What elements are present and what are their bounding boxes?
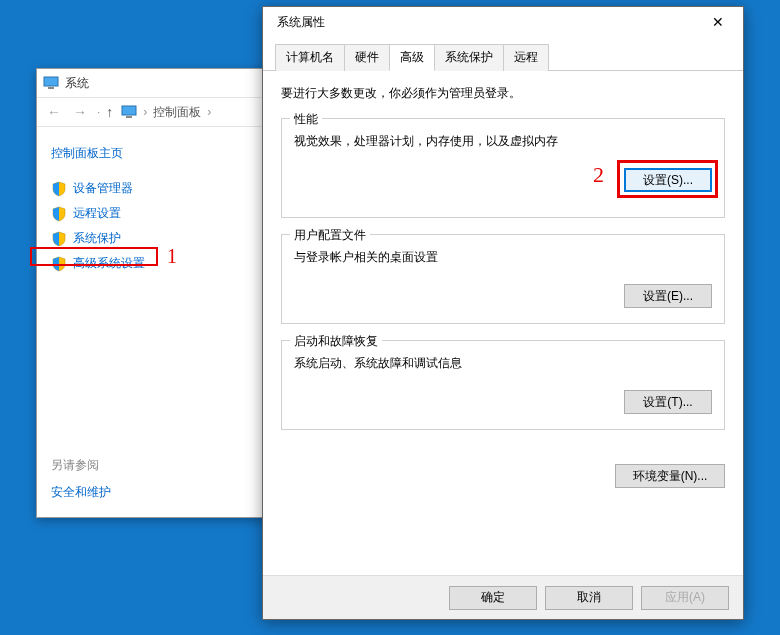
tab-computer-name[interactable]: 计算机名 bbox=[275, 44, 345, 71]
group-title: 启动和故障恢复 bbox=[290, 333, 382, 350]
tab-hardware[interactable]: 硬件 bbox=[344, 44, 390, 71]
user-profile-settings-button[interactable]: 设置(E)... bbox=[624, 284, 712, 308]
svg-rect-2 bbox=[122, 106, 136, 115]
see-also-link[interactable]: 安全和维护 bbox=[51, 484, 111, 501]
group-title: 用户配置文件 bbox=[290, 227, 370, 244]
group-desc: 视觉效果，处理器计划，内存使用，以及虚拟内存 bbox=[294, 133, 712, 150]
nav-separator: · bbox=[95, 105, 102, 119]
close-button[interactable]: ✕ bbox=[697, 8, 739, 36]
startup-settings-button[interactable]: 设置(T)... bbox=[624, 390, 712, 414]
cancel-button[interactable]: 取消 bbox=[545, 586, 633, 610]
see-also-section: 另请参阅 安全和维护 bbox=[51, 457, 111, 501]
system-window-title: 系统 bbox=[65, 75, 89, 92]
user-profile-group: 用户配置文件 与登录帐户相关的桌面设置 设置(E)... bbox=[281, 234, 725, 324]
startup-group: 启动和故障恢复 系统启动、系统故障和调试信息 设置(T)... bbox=[281, 340, 725, 430]
nav-forward-icon[interactable]: → bbox=[69, 104, 91, 120]
sidebar-item-label: 远程设置 bbox=[73, 205, 121, 222]
system-properties-dialog: 系统属性 ✕ 计算机名 硬件 高级 系统保护 远程 要进行大多数更改，你必须作为… bbox=[262, 6, 744, 620]
performance-group: 性能 视觉效果，处理器计划，内存使用，以及虚拟内存 设置(S)... 2 bbox=[281, 118, 725, 218]
tab-remote[interactable]: 远程 bbox=[503, 44, 549, 71]
sidebar-item-label: 高级系统设置 bbox=[73, 255, 145, 272]
performance-settings-button[interactable]: 设置(S)... bbox=[624, 168, 712, 192]
group-desc: 系统启动、系统故障和调试信息 bbox=[294, 355, 712, 372]
group-desc: 与登录帐户相关的桌面设置 bbox=[294, 249, 712, 266]
monitor-icon bbox=[121, 105, 137, 119]
shield-icon bbox=[51, 256, 67, 272]
close-icon: ✕ bbox=[712, 14, 724, 30]
group-title: 性能 bbox=[290, 111, 322, 128]
tabs-row: 计算机名 硬件 高级 系统保护 远程 bbox=[263, 37, 743, 71]
svg-rect-3 bbox=[126, 116, 132, 118]
environment-variables-button[interactable]: 环境变量(N)... bbox=[615, 464, 725, 488]
tab-advanced[interactable]: 高级 bbox=[389, 44, 435, 71]
annotation-number-1: 1 bbox=[167, 245, 177, 268]
ok-button[interactable]: 确定 bbox=[449, 586, 537, 610]
sidebar-item-label: 设备管理器 bbox=[73, 180, 133, 197]
annotation-number-2: 2 bbox=[593, 162, 604, 188]
nav-back-icon[interactable]: ← bbox=[43, 104, 65, 120]
env-var-row: 环境变量(N)... bbox=[263, 460, 743, 502]
dialog-title: 系统属性 bbox=[277, 14, 325, 31]
shield-icon bbox=[51, 181, 67, 197]
breadcrumb-item[interactable]: 控制面板 bbox=[153, 104, 201, 121]
shield-icon bbox=[51, 206, 67, 222]
admin-note: 要进行大多数更改，你必须作为管理员登录。 bbox=[281, 85, 725, 102]
nav-up-icon[interactable]: ↑ bbox=[106, 104, 113, 120]
apply-button[interactable]: 应用(A) bbox=[641, 586, 729, 610]
svg-rect-0 bbox=[44, 77, 58, 86]
svg-rect-1 bbox=[48, 87, 54, 89]
shield-icon bbox=[51, 231, 67, 247]
breadcrumb-separator: › bbox=[205, 105, 213, 119]
dialog-titlebar: 系统属性 ✕ bbox=[263, 7, 743, 37]
dialog-footer: 确定 取消 应用(A) bbox=[263, 575, 743, 619]
tab-system-protection[interactable]: 系统保护 bbox=[434, 44, 504, 71]
dialog-body: 要进行大多数更改，你必须作为管理员登录。 性能 视觉效果，处理器计划，内存使用，… bbox=[263, 71, 743, 460]
see-also-label: 另请参阅 bbox=[51, 457, 111, 474]
monitor-icon bbox=[43, 76, 59, 90]
breadcrumb-separator: › bbox=[141, 105, 149, 119]
sidebar-item-label: 系统保护 bbox=[73, 230, 121, 247]
